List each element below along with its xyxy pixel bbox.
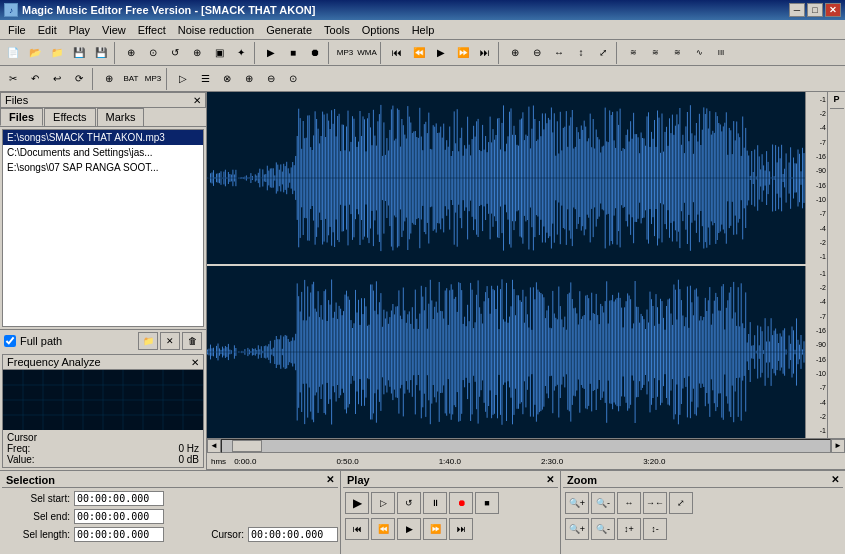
tab-effects[interactable]: Effects <box>44 108 95 126</box>
cursor-input[interactable] <box>248 527 338 542</box>
zoom-compress-button[interactable]: →← <box>643 492 667 514</box>
tool-btn-11[interactable]: ✦ <box>230 42 252 64</box>
tool-btn-17[interactable]: ⏮ <box>386 42 408 64</box>
tool-btn-7[interactable]: ⊙ <box>142 42 164 64</box>
tool-btn-8[interactable]: ↺ <box>164 42 186 64</box>
zoom-out2-button[interactable]: 🔍- <box>591 518 615 540</box>
sel-length-input[interactable] <box>74 527 164 542</box>
menu-file[interactable]: File <box>2 20 32 40</box>
menu-tools[interactable]: Tools <box>318 20 356 40</box>
menu-generate[interactable]: Generate <box>260 20 318 40</box>
folder-button[interactable]: 📁 <box>138 332 158 350</box>
tool2-btn-10[interactable]: ⊗ <box>216 68 238 90</box>
new-button[interactable]: 📄 <box>2 42 24 64</box>
tool2-btn-2[interactable]: ↶ <box>24 68 46 90</box>
stop-button[interactable]: ■ <box>475 492 499 514</box>
menu-noise-reduction[interactable]: Noise reduction <box>172 20 260 40</box>
tool2-btn-11[interactable]: ⊕ <box>238 68 260 90</box>
tool2-btn-4[interactable]: ⟳ <box>68 68 90 90</box>
play-button[interactable]: ▶ <box>345 492 369 514</box>
tool-btn-6[interactable]: ⊕ <box>120 42 142 64</box>
tool-btn-24[interactable]: ↔ <box>548 42 570 64</box>
zoom-in-button[interactable]: 🔍+ <box>565 492 589 514</box>
play-sel-button[interactable]: ▷ <box>371 492 395 514</box>
tool-btn-30[interactable]: ∿ <box>688 42 710 64</box>
scroll-right-button[interactable]: ► <box>831 439 845 453</box>
tab-marks[interactable]: Marks <box>97 108 145 126</box>
file-item-1[interactable]: E:\songs\SMACK THAT AKON.mp3 <box>3 130 203 145</box>
tool2-btn-5[interactable]: ⊕ <box>98 68 120 90</box>
tool-btn-9[interactable]: ⊕ <box>186 42 208 64</box>
tool2-btn-6[interactable]: BAT <box>120 68 142 90</box>
tool-btn-13[interactable]: ■ <box>282 42 304 64</box>
open2-button[interactable]: 📁 <box>46 42 68 64</box>
full-path-checkbox[interactable] <box>4 335 16 347</box>
close-frequency-button[interactable]: ✕ <box>191 357 199 368</box>
zoom-fit-h-button[interactable]: ↔ <box>617 492 641 514</box>
menu-view[interactable]: View <box>96 20 132 40</box>
tool2-btn-13[interactable]: ⊙ <box>282 68 304 90</box>
tool-btn-29[interactable]: ≋ <box>666 42 688 64</box>
next-end-button[interactable]: ⏭ <box>449 518 473 540</box>
pause-button[interactable]: ⏸ <box>423 492 447 514</box>
file-item-3[interactable]: E:\songs\07 SAP RANGA SOOT... <box>3 160 203 175</box>
tool-btn-23[interactable]: ⊖ <box>526 42 548 64</box>
tool-btn-19[interactable]: ▶ <box>430 42 452 64</box>
menu-options[interactable]: Options <box>356 20 406 40</box>
delete-button[interactable]: ✕ <box>160 332 180 350</box>
zoom-out-button[interactable]: 🔍- <box>591 492 615 514</box>
tool-btn-28[interactable]: ≋ <box>644 42 666 64</box>
horizontal-scrollbar[interactable]: ◄ ► <box>207 438 845 452</box>
sel-start-input[interactable] <box>74 491 164 506</box>
tool2-btn-9[interactable]: ☰ <box>194 68 216 90</box>
waveform-area[interactable]: -1 -2 -4 -7 -16 -90 -16 -10 -7 -4 -2 -1 <box>207 92 827 438</box>
p-button[interactable]: P <box>831 92 841 106</box>
zoom-expand-button[interactable]: ⤢ <box>669 492 693 514</box>
menu-help[interactable]: Help <box>406 20 441 40</box>
tool-btn-21[interactable]: ⏭ <box>474 42 496 64</box>
waveform-top[interactable]: -1 -2 -4 -7 -16 -90 -16 -10 -7 -4 -2 -1 <box>207 92 827 266</box>
close-files-button[interactable]: ✕ <box>193 95 201 106</box>
open-button[interactable]: 📂 <box>24 42 46 64</box>
zoom-in2-button[interactable]: 🔍+ <box>565 518 589 540</box>
file-item-2[interactable]: C:\Documents and Settings\jas... <box>3 145 203 160</box>
tool-btn-27[interactable]: ≋ <box>622 42 644 64</box>
scroll-thumb[interactable] <box>232 440 262 452</box>
tool-btn-10[interactable]: ▣ <box>208 42 230 64</box>
save-button[interactable]: 💾 <box>68 42 90 64</box>
tool-btn-25[interactable]: ↕ <box>570 42 592 64</box>
tool-btn-26[interactable]: ⤢ <box>592 42 614 64</box>
play2-button[interactable]: ▶ <box>397 518 421 540</box>
tool2-btn-3[interactable]: ↩ <box>46 68 68 90</box>
next-button[interactable]: ⏩ <box>423 518 447 540</box>
tool2-btn-7[interactable]: MP3 <box>142 68 164 90</box>
minimize-button[interactable]: ─ <box>789 3 805 17</box>
tool-btn-20[interactable]: ⏩ <box>452 42 474 64</box>
tool-btn-15[interactable]: MP3 <box>334 42 356 64</box>
save2-button[interactable]: 💾 <box>90 42 112 64</box>
sel-end-input[interactable] <box>74 509 164 524</box>
scroll-track[interactable] <box>221 439 831 453</box>
tool-btn-22[interactable]: ⊕ <box>504 42 526 64</box>
prev-start-button[interactable]: ⏮ <box>345 518 369 540</box>
close-button[interactable]: ✕ <box>825 3 841 17</box>
tool-btn-14[interactable]: ⏺ <box>304 42 326 64</box>
tool-btn-31[interactable]: III <box>710 42 732 64</box>
menu-play[interactable]: Play <box>63 20 96 40</box>
waveform-bottom[interactable]: -1 -2 -4 -7 -16 -90 -16 -10 -7 -4 -2 -1 <box>207 266 827 438</box>
close-selection-button[interactable]: ✕ <box>326 474 334 486</box>
close-play-button[interactable]: ✕ <box>546 474 554 486</box>
restore-button[interactable]: □ <box>807 3 823 17</box>
tool-btn-16[interactable]: WMA <box>356 42 378 64</box>
record-button[interactable]: ⏺ <box>449 492 473 514</box>
close-zoom-button[interactable]: ✕ <box>831 474 839 486</box>
clear-button[interactable]: 🗑 <box>182 332 202 350</box>
tool2-btn-12[interactable]: ⊖ <box>260 68 282 90</box>
tab-files[interactable]: Files <box>0 108 43 126</box>
menu-effect[interactable]: Effect <box>132 20 172 40</box>
tool2-btn-1[interactable]: ✂ <box>2 68 24 90</box>
prev-button[interactable]: ⏪ <box>371 518 395 540</box>
menu-edit[interactable]: Edit <box>32 20 63 40</box>
tool-btn-12[interactable]: ▶ <box>260 42 282 64</box>
zoom-v-in-button[interactable]: ↕+ <box>617 518 641 540</box>
